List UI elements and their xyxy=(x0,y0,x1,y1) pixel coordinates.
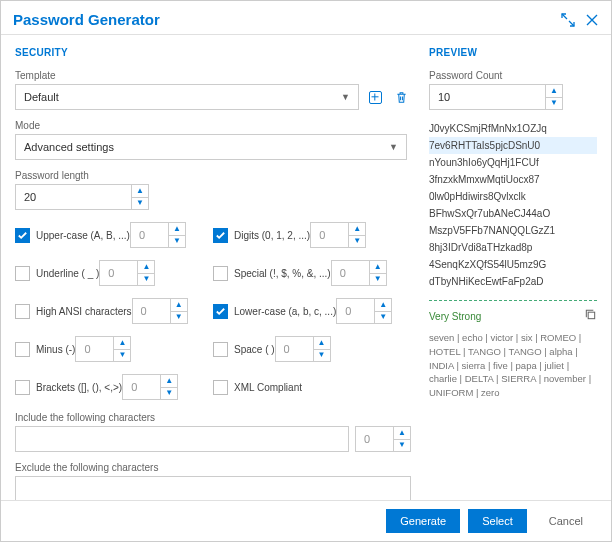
space-count-up[interactable]: ▲ xyxy=(314,337,330,350)
chevron-down-icon: ▼ xyxy=(341,92,350,102)
lowercase-count-down[interactable]: ▼ xyxy=(375,312,391,324)
checkbox-space[interactable] xyxy=(213,342,228,357)
password-item[interactable]: nYoun3hIo6yQqHj1FCUf xyxy=(429,154,597,171)
uppercase-count-up[interactable]: ▲ xyxy=(169,223,185,236)
include-count[interactable] xyxy=(355,426,393,452)
mode-label: Mode xyxy=(15,120,411,131)
password-item[interactable]: 4SenqKzXQfS54lU5mz9G xyxy=(429,256,597,273)
include-input[interactable] xyxy=(15,426,349,452)
underline-count-up[interactable]: ▲ xyxy=(138,261,154,274)
option-label-xml: XML Compliant xyxy=(234,382,302,393)
template-select[interactable]: Default ▼ xyxy=(15,84,359,110)
lowercase-count[interactable] xyxy=(336,298,374,324)
generate-button[interactable]: Generate xyxy=(386,509,460,533)
underline-count-down[interactable]: ▼ xyxy=(138,274,154,286)
copy-icon xyxy=(584,308,597,321)
plus-icon xyxy=(369,91,382,104)
digits-count-down[interactable]: ▼ xyxy=(349,236,365,248)
cancel-button[interactable]: Cancel xyxy=(535,509,597,533)
security-heading: SECURITY xyxy=(15,47,411,58)
copy-button[interactable] xyxy=(584,307,597,325)
count-up[interactable]: ▲ xyxy=(546,85,562,98)
space-count[interactable] xyxy=(275,336,313,362)
option-label-minus: Minus (-) xyxy=(36,344,75,355)
checkbox-digits[interactable] xyxy=(213,228,228,243)
checkbox-special[interactable] xyxy=(213,266,228,281)
uppercase-count[interactable] xyxy=(130,222,168,248)
highansi-count-up[interactable]: ▲ xyxy=(171,299,187,312)
password-item[interactable]: BFhwSxQr7ubANeCJ44aO xyxy=(429,205,597,222)
digits-count[interactable] xyxy=(310,222,348,248)
highansi-count-down[interactable]: ▼ xyxy=(171,312,187,324)
trash-icon xyxy=(395,91,408,104)
option-label-highansi: High ANSI characters xyxy=(36,306,132,317)
template-value: Default xyxy=(24,91,59,103)
password-item[interactable]: 7ev6RHTTaIs5pjcDSnU0 xyxy=(429,137,597,154)
checkbox-xml[interactable] xyxy=(213,380,228,395)
option-label-underline: Underline ( _ ) xyxy=(36,268,99,279)
count-label: Password Count xyxy=(429,70,597,81)
special-count-up[interactable]: ▲ xyxy=(370,261,386,274)
option-label-brackets: Brackets ([], (), <,>) xyxy=(36,382,122,393)
mode-value: Advanced settings xyxy=(24,141,114,153)
uppercase-count-down[interactable]: ▼ xyxy=(169,236,185,248)
space-count-down[interactable]: ▼ xyxy=(314,350,330,362)
special-count[interactable] xyxy=(331,260,369,286)
checkbox-minus[interactable] xyxy=(15,342,30,357)
preview-heading: PREVIEW xyxy=(429,47,597,58)
select-button[interactable]: Select xyxy=(468,509,527,533)
delete-template-button[interactable] xyxy=(391,87,411,107)
close-icon[interactable] xyxy=(585,13,599,27)
checkbox-brackets[interactable] xyxy=(15,380,30,395)
option-label-lowercase: Lower-case (a, b, c, ...) xyxy=(234,306,336,317)
length-input[interactable] xyxy=(15,184,131,210)
minus-count[interactable] xyxy=(75,336,113,362)
checkbox-underline[interactable] xyxy=(15,266,30,281)
password-item[interactable]: MszpV5FFb7NANQQLGzZ1 xyxy=(429,222,597,239)
template-label: Template xyxy=(15,70,411,81)
digits-count-up[interactable]: ▲ xyxy=(349,223,365,236)
password-item[interactable]: 8hj3IDrVdi8aTHzkad8p xyxy=(429,239,597,256)
password-item[interactable]: dTbyNHiKecEwtFaFp2aD xyxy=(429,273,597,290)
checkbox-highansi[interactable] xyxy=(15,304,30,319)
password-item[interactable]: 0lw0pHdiwirs8Qvlxclk xyxy=(429,188,597,205)
underline-count[interactable] xyxy=(99,260,137,286)
option-label-space: Space ( ) xyxy=(234,344,275,355)
brackets-count[interactable] xyxy=(122,374,160,400)
lowercase-count-up[interactable]: ▲ xyxy=(375,299,391,312)
checkbox-uppercase[interactable] xyxy=(15,228,30,243)
dialog-title: Password Generator xyxy=(13,11,160,28)
length-label: Password length xyxy=(15,170,411,181)
option-label-digits: Digits (0, 1, 2, ...) xyxy=(234,230,310,241)
option-label-uppercase: Upper-case (A, B, ...) xyxy=(36,230,130,241)
minus-count-up[interactable]: ▲ xyxy=(114,337,130,350)
maximize-icon[interactable] xyxy=(561,13,575,27)
svg-rect-0 xyxy=(588,312,595,319)
include-count-down[interactable]: ▼ xyxy=(394,440,410,452)
add-template-button[interactable] xyxy=(365,87,385,107)
length-down[interactable]: ▼ xyxy=(132,198,148,210)
brackets-count-down[interactable]: ▼ xyxy=(161,388,177,400)
count-down[interactable]: ▼ xyxy=(546,98,562,110)
exclude-input[interactable] xyxy=(15,476,411,502)
exclude-label: Exclude the following characters xyxy=(15,462,411,473)
include-count-up[interactable]: ▲ xyxy=(394,427,410,440)
brackets-count-up[interactable]: ▲ xyxy=(161,375,177,388)
length-up[interactable]: ▲ xyxy=(132,185,148,198)
strength-label: Very Strong xyxy=(429,311,481,322)
count-input[interactable] xyxy=(429,84,545,110)
option-label-special: Special (!, $, %, &, ...) xyxy=(234,268,331,279)
checkbox-lowercase[interactable] xyxy=(213,304,228,319)
highansi-count[interactable] xyxy=(132,298,170,324)
phonetic-text: seven | echo | victor | six | ROMEO | HO… xyxy=(429,331,597,400)
password-item[interactable]: J0vyKCSmjRfMnNx1OZJq xyxy=(429,120,597,137)
chevron-down-icon: ▼ xyxy=(389,142,398,152)
password-item[interactable]: 3fnzxkMmxwMqtiUocx87 xyxy=(429,171,597,188)
include-label: Include the following characters xyxy=(15,412,411,423)
special-count-down[interactable]: ▼ xyxy=(370,274,386,286)
minus-count-down[interactable]: ▼ xyxy=(114,350,130,362)
mode-select[interactable]: Advanced settings ▼ xyxy=(15,134,407,160)
